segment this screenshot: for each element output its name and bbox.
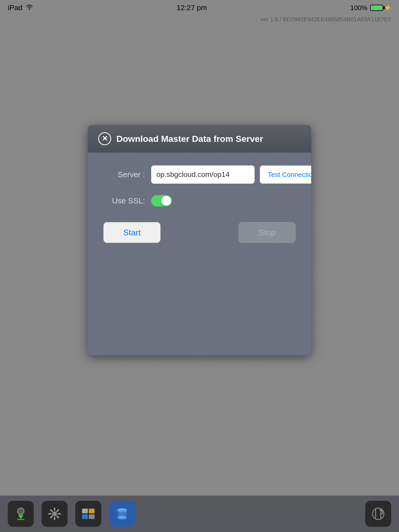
server-input[interactable] (151, 165, 255, 184)
toggle-thumb (161, 196, 171, 206)
close-x-icon: ✕ (102, 135, 108, 142)
server-label: Server : (103, 170, 145, 179)
ssl-row: Use SSL: (103, 195, 296, 207)
dialog: ✕ Download Master Data from Server Serve… (88, 125, 311, 355)
stop-button[interactable]: Stop (238, 222, 296, 243)
dialog-header: ✕ Download Master Data from Server (88, 125, 311, 152)
toggle-track (151, 195, 172, 207)
action-row: Start Stop (103, 222, 296, 243)
ssl-label: Use SSL: (103, 196, 145, 205)
dialog-body: Server : Test Connection Use SSL: Start … (88, 152, 311, 355)
test-connection-button[interactable]: Test Connection (260, 165, 311, 184)
dialog-title: Download Master Data from Server (116, 134, 263, 144)
close-button[interactable]: ✕ (98, 132, 111, 145)
ssl-toggle[interactable] (151, 195, 172, 207)
server-row: Server : Test Connection (103, 165, 296, 184)
modal-overlay: ✕ Download Master Data from Server Serve… (0, 0, 399, 532)
start-button[interactable]: Start (103, 222, 161, 243)
